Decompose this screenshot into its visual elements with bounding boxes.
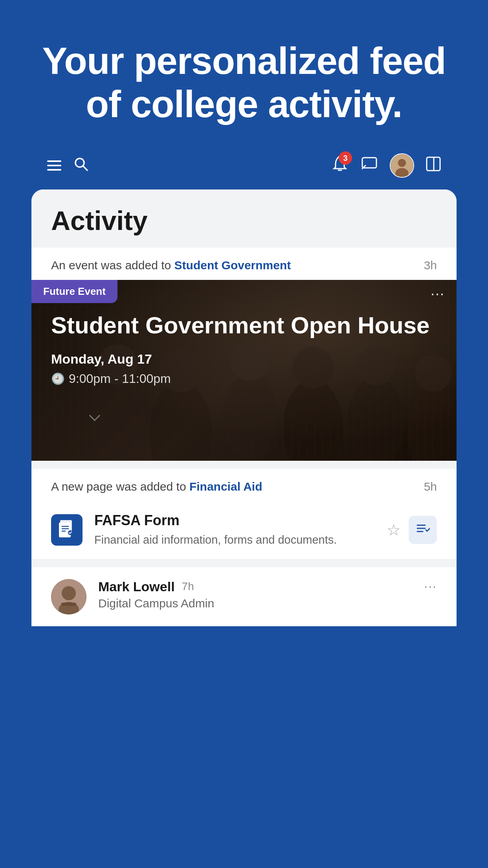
user-role: Digital Campus Admin <box>98 597 412 610</box>
activity-item-1-text: An event was added to Student Government <box>51 259 291 272</box>
user-name: Mark Lowell <box>98 579 175 594</box>
phone-container: 3 <box>31 142 457 868</box>
svg-line-1 <box>83 166 87 170</box>
star-button[interactable]: ☆ <box>387 521 401 539</box>
event-time: 🕘 9:00pm - 11:00pm <box>51 371 437 386</box>
financial-aid-link[interactable]: Financial Aid <box>189 480 262 493</box>
svg-rect-37 <box>61 603 76 606</box>
clock-icon: 🕘 <box>51 372 65 385</box>
user-info: Mark Lowell 7h Digital Campus Admin <box>98 579 412 610</box>
avatar[interactable] <box>390 153 414 178</box>
activity-item-1-header: An event was added to Student Government… <box>31 248 457 280</box>
notification-button[interactable]: 3 <box>331 154 349 177</box>
checklist-button[interactable] <box>409 516 437 544</box>
messages-button[interactable] <box>361 155 378 176</box>
avatar-image <box>391 154 413 177</box>
event-title: Student Government Open House <box>51 311 437 340</box>
event-card-content: Student Government Open House Monday, Au… <box>31 280 457 386</box>
page-info: FAFSA Form Financial aid information, fo… <box>94 512 375 548</box>
page-item: FAFSA Form Financial aid information, fo… <box>31 501 457 559</box>
student-government-link[interactable]: Student Government <box>174 259 291 272</box>
activity-title: Activity <box>51 205 437 236</box>
hero-section: Your personalized feed of college activi… <box>0 0 488 150</box>
activity-item-2-time: 5h <box>424 480 437 493</box>
event-date: Monday, Aug 17 <box>51 351 437 367</box>
activity-item-2-header: A new page was added to Financial Aid 5h <box>31 469 457 501</box>
user-time: 7h <box>182 580 194 593</box>
hamburger-menu-button[interactable] <box>47 160 61 171</box>
activity-item-2: A new page was added to Financial Aid 5h <box>31 469 457 559</box>
content-area: Activity An event was added to Student G… <box>31 189 457 626</box>
page-icon-container <box>51 514 83 546</box>
svg-point-5 <box>398 159 406 167</box>
svg-rect-26 <box>59 522 71 537</box>
svg-point-35 <box>62 586 76 600</box>
user-avatar-image <box>51 579 86 614</box>
user-item-menu-button[interactable]: ··· <box>424 579 437 594</box>
activity-item-2-text: A new page was added to Financial Aid <box>51 480 262 493</box>
user-avatar <box>51 579 86 614</box>
event-card: Future Event ··· Student Government Open… <box>31 280 457 461</box>
sidebar-toggle-button[interactable] <box>426 156 441 175</box>
hero-title: Your personalized feed of college activi… <box>31 39 457 126</box>
user-activity-item: Mark Lowell 7h Digital Campus Admin ··· <box>31 567 457 626</box>
user-name-row: Mark Lowell 7h <box>98 579 412 594</box>
notification-badge: 3 <box>339 151 352 165</box>
activity-item-1: An event was added to Student Government… <box>31 248 457 461</box>
activity-item-1-time: 3h <box>424 259 437 272</box>
activity-header: Activity <box>31 189 457 248</box>
page-description: Financial aid information, forms and doc… <box>94 532 375 548</box>
checklist-icon <box>416 521 430 539</box>
search-button[interactable] <box>73 156 89 175</box>
nav-bar: 3 <box>31 142 457 189</box>
page-title: FAFSA Form <box>94 512 375 529</box>
document-icon <box>58 519 76 541</box>
page-actions: ☆ <box>387 516 437 544</box>
